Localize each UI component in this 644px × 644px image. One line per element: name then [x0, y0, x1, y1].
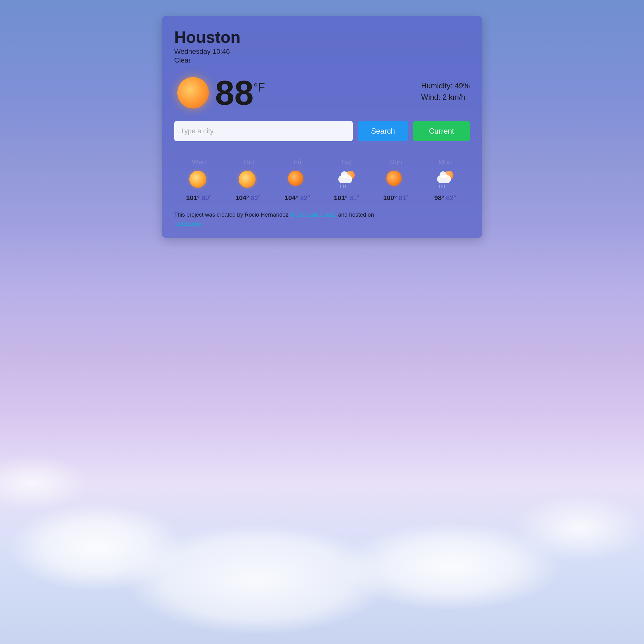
day-label-sat: Sat [341, 158, 352, 166]
day-label-thu: Thu [242, 158, 254, 166]
forecast-day-thu: Thu 104° 82° [224, 158, 273, 202]
sun-icon-thu [239, 171, 256, 188]
high-temp-thu: 104° [235, 194, 249, 201]
footer-text2: and hosted on [336, 212, 374, 218]
city-search-input[interactable] [174, 121, 353, 141]
forecast-icon-fri [288, 171, 307, 190]
temp-range-wed: 101° 80° [186, 194, 212, 202]
forecast-day-fri: Fri 104° 82° [273, 158, 322, 202]
low-temp-fri: 82° [300, 194, 310, 201]
header-section: Houston Wednesday 10:46 Clear [174, 28, 470, 64]
sun-icon-wed [189, 171, 206, 188]
high-temp-sat: 101° [334, 194, 347, 201]
rain-drop [439, 185, 440, 188]
condition: Clear [174, 56, 470, 64]
temp-range-sat: 101° 81° [334, 194, 359, 202]
rain-drop [444, 185, 445, 188]
footer: This project was created by Rocio Hernan… [174, 210, 470, 229]
rain-drop [345, 185, 346, 188]
humidity: Humidity: 49% [421, 81, 470, 90]
rain-drop [441, 185, 442, 188]
cloudy-icon-mon [436, 171, 455, 188]
low-temp-mon: 82° [446, 194, 456, 201]
forecast-day-wed: Wed 101° 80° [174, 158, 224, 202]
temp-range-fri: 104° 82° [285, 194, 310, 202]
forecast-day-sun: Sun 100° 81° [371, 158, 421, 202]
day-label-fri: Fri [293, 158, 302, 166]
low-temp-sun: 81° [399, 194, 409, 201]
divider [174, 149, 470, 149]
temp-range-thu: 104° 82° [235, 194, 261, 202]
day-label-wed: Wed [192, 158, 206, 166]
low-temp-sat: 81° [349, 194, 359, 201]
temperature-value: 88 [215, 75, 253, 110]
cloud-sat [338, 175, 352, 183]
forecast-icon-sun [386, 171, 405, 190]
rain-drop [340, 185, 341, 188]
weather-details: Humidity: 49% Wind: 2 km/h [421, 81, 470, 104]
high-temp-sun: 100° [383, 194, 397, 201]
sun-icon-sun [386, 171, 402, 186]
footer-text1: This project was created by Rocio Hernan… [174, 212, 290, 218]
search-section: Search Current [174, 121, 470, 141]
rain-drop [343, 185, 344, 188]
rain-sat [340, 185, 346, 188]
forecast-icon-wed [189, 171, 208, 190]
footer-link-netlify[interactable]: netlify.com [174, 221, 201, 227]
high-temp-mon: 98° [434, 194, 444, 201]
weather-card: Houston Wednesday 10:46 Clear 88 °F Humi… [162, 16, 482, 238]
forecast-day-sat: Sat 101° 81° [322, 158, 371, 202]
current-weather: 88 °F Humidity: 49% Wind: 2 km/h [174, 74, 470, 112]
forecast-section: Wed 101° 80° Thu 104° 82° Fri [174, 158, 470, 202]
temp-range-mon: 98° 82° [434, 194, 456, 202]
temperature-display: 88 °F [215, 75, 265, 110]
forecast-day-mon: Mon 98° 82° [420, 158, 470, 202]
low-temp-thu: 82° [251, 194, 261, 201]
date-time: Wednesday 10:46 [174, 47, 470, 56]
temp-range-sun: 100° 81° [383, 194, 409, 202]
footer-link-source[interactable]: Open-source code [290, 212, 336, 218]
city-name: Houston [174, 28, 470, 46]
sun-icon-fri [288, 171, 303, 186]
forecast-icon-mon [436, 171, 455, 190]
high-temp-fri: 104° [285, 194, 298, 201]
temperature-unit: °F [253, 81, 265, 94]
weather-icon-container [174, 74, 212, 112]
cloudy-icon-sat [337, 171, 356, 188]
day-label-mon: Mon [438, 158, 452, 166]
sun-icon [177, 77, 209, 108]
current-location-button[interactable]: Current [413, 121, 470, 141]
forecast-icon-thu [239, 171, 258, 190]
rain-mon [439, 185, 445, 188]
cloud-mon [437, 175, 451, 183]
low-temp-wed: 80° [202, 194, 212, 201]
day-label-sun: Sun [390, 158, 402, 166]
high-temp-wed: 101° [186, 194, 200, 201]
search-button[interactable]: Search [358, 121, 408, 141]
wind: Wind: 2 km/h [421, 93, 470, 102]
forecast-icon-sat [337, 171, 356, 190]
